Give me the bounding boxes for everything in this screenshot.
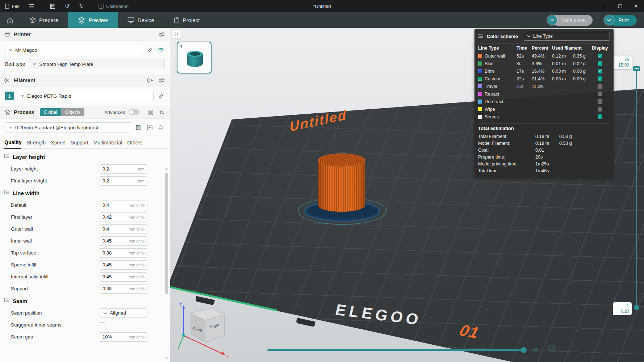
sidebar-scrollbar[interactable]: [165, 173, 168, 294]
bed-type-select[interactable]: Smooth High Temp Plate: [29, 59, 165, 69]
param-input-default[interactable]: 0.4mm or %: [100, 201, 147, 210]
layer-slider-top-handle[interactable]: [633, 66, 640, 71]
layer-slider-track[interactable]: [636, 69, 637, 307]
tab-device-label: Device: [138, 17, 154, 23]
tab-prepare[interactable]: Prepare: [20, 12, 68, 28]
display-checkbox-retract[interactable]: [598, 92, 602, 96]
scope-objects-pill[interactable]: Objects: [61, 108, 84, 116]
param-unit: mm: [138, 179, 145, 183]
param-input-first-layer[interactable]: 0.42mm or %: [100, 212, 147, 222]
close-button[interactable]: ×: [628, 0, 644, 12]
group-icon-wrap: [4, 153, 9, 160]
chevron-down-icon: [9, 49, 12, 51]
calibration-icon: [99, 4, 104, 9]
printer-settings-icon[interactable]: [158, 30, 166, 38]
filament-slot-badge[interactable]: 1: [5, 92, 14, 100]
file-menu[interactable]: File: [0, 0, 24, 12]
printer-select[interactable]: Mr Magoo: [5, 45, 142, 55]
tab-quality[interactable]: Quality: [4, 139, 21, 149]
display-checkbox-wipe[interactable]: [598, 107, 602, 111]
print-options-chevron[interactable]: [604, 15, 614, 25]
param-input-seam-gap[interactable]: 10%mm or %: [100, 332, 147, 342]
slice-options-chevron[interactable]: [547, 15, 557, 25]
tab-multimaterial[interactable]: Multimaterial: [93, 140, 122, 148]
param-input-first-layer-height[interactable]: 0.2mm: [100, 176, 147, 186]
parameter-table-icon[interactable]: [146, 108, 154, 116]
col-display: Display: [592, 43, 608, 52]
tab-project[interactable]: Project: [164, 12, 210, 28]
tab-support[interactable]: Support: [71, 140, 88, 148]
display-checkbox-brim[interactable]: ✓: [598, 69, 602, 73]
minimize-button[interactable]: –: [596, 0, 612, 12]
process-preset-select[interactable]: 0.20mm Standard @Elegoo Neptune4...: [5, 122, 131, 132]
line-type-name: Seams: [485, 114, 499, 119]
layers-view-button[interactable]: [547, 344, 556, 354]
display-checkbox-skirt[interactable]: ✓: [598, 61, 602, 66]
main-menu-button[interactable]: [24, 0, 39, 12]
color-scheme-select[interactable]: Line Type: [524, 32, 610, 41]
cylinder-top: [318, 153, 365, 167]
param-unit: mm or %: [129, 335, 145, 339]
layer-slider-bottom-handle[interactable]: [634, 305, 639, 310]
undo-button[interactable]: ↺: [60, 0, 74, 12]
display-checkbox-seams[interactable]: ✓: [598, 114, 602, 119]
viewport-3d[interactable]: Untitled ELEGOO 01 1 Color scheme: [170, 28, 644, 362]
plate-thumbnail[interactable]: 1: [177, 42, 212, 73]
sidebar-collapse-button[interactable]: [172, 29, 181, 39]
line-type-swatch: [478, 84, 482, 88]
col-line-type: Line Type: [478, 43, 517, 52]
model-cylinder[interactable]: [318, 153, 365, 213]
param-input-outer-wall[interactable]: 0.4mm or %: [100, 224, 147, 234]
scroll-up-icon[interactable]: ▲: [165, 167, 168, 171]
param-checkbox-staggered-inner-seams[interactable]: [100, 322, 105, 328]
remove-preset-icon[interactable]: [146, 123, 154, 131]
filament-select[interactable]: Elegoo PETG Rapid: [17, 91, 154, 101]
edit-printer-icon[interactable]: [146, 46, 154, 54]
redo-button[interactable]: ↻: [74, 0, 88, 12]
total-label-model-printing-time: Model printing time:: [478, 160, 535, 167]
tab-device[interactable]: Device: [118, 12, 164, 28]
display-checkbox-unretract[interactable]: [598, 99, 602, 104]
display-checkbox-outer-wall[interactable]: ✓: [598, 54, 602, 58]
advanced-toggle[interactable]: [129, 109, 139, 115]
scroll-down-icon[interactable]: ▼: [165, 357, 168, 360]
step-slider-knob[interactable]: [521, 347, 527, 353]
param-input-layer-height[interactable]: 0.2mm: [100, 164, 147, 174]
total-label-total-time: Total time:: [478, 167, 535, 174]
add-filament-icon[interactable]: [146, 76, 154, 84]
slice-plate-button[interactable]: Slice plate: [547, 15, 593, 26]
compare-presets-icon[interactable]: [158, 108, 166, 116]
save-preset-icon[interactable]: [134, 123, 142, 131]
display-checkbox-custom[interactable]: ✓: [598, 76, 602, 81]
param-label: First layer height: [11, 178, 100, 184]
filament-settings-icon[interactable]: [158, 76, 166, 84]
param-input-inner-wall[interactable]: 0.45mm or %: [100, 236, 147, 246]
step-slider-track[interactable]: [267, 349, 527, 351]
tab-preview[interactable]: Preview: [68, 12, 117, 28]
preview-legend-panel: Color scheme Line Type Line Type Time Pe…: [474, 29, 614, 178]
save-button[interactable]: [45, 0, 60, 12]
scope-global-pill[interactable]: Global: [40, 108, 61, 116]
maximize-button[interactable]: [612, 0, 628, 12]
legend-row-outer-wall: Outer wall: [478, 52, 517, 60]
legend-row-seams: Seams: [478, 113, 517, 121]
param-input-internal-solid-infill[interactable]: 0.45mm or %: [100, 272, 147, 282]
param-input-support[interactable]: 0.38mm or %: [100, 284, 147, 294]
home-tab[interactable]: [0, 12, 20, 28]
search-preset-icon[interactable]: [157, 123, 165, 131]
line-type-time: [517, 90, 532, 98]
tab-speed[interactable]: Speed: [51, 140, 65, 148]
display-checkbox-travel[interactable]: [598, 84, 602, 89]
edit-filament-icon[interactable]: [157, 92, 165, 100]
tab-others[interactable]: Others: [127, 140, 142, 148]
orientation-gizmo[interactable]: Front Right z x: [175, 299, 236, 362]
calibration-button[interactable]: Calibration: [94, 0, 133, 12]
bed-type-value: Smooth High Temp Plate: [39, 62, 93, 67]
param-unit: mm or %: [129, 287, 145, 291]
wifi-icon[interactable]: [157, 46, 165, 54]
param-select-seam-position[interactable]: Aligned: [100, 308, 147, 318]
print-button[interactable]: Print: [604, 15, 637, 26]
tab-strength[interactable]: Strength: [26, 140, 46, 148]
param-input-top-surface[interactable]: 0.38mm or %: [100, 248, 147, 258]
param-input-sparse-infill[interactable]: 0.45mm or %: [100, 260, 147, 270]
